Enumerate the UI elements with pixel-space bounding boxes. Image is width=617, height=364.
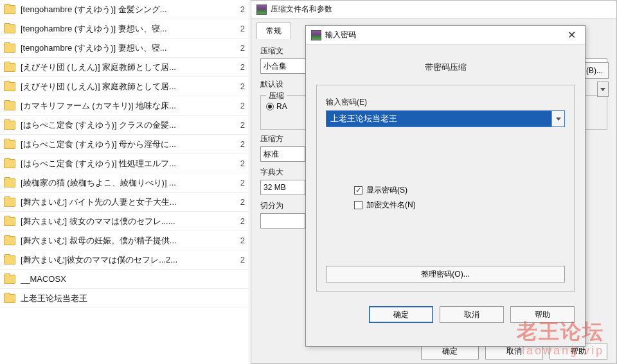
file-name: [舞六まいむ] 彼女のママは僕のセフレ...... (21, 216, 233, 227)
file-col2: 2 (233, 24, 245, 33)
file-name: __MACOSX (21, 274, 233, 284)
file-row[interactable]: [舞六まいむ]彼女のママは僕のセフレ...2...2 (0, 250, 249, 270)
folder-icon (4, 44, 15, 53)
file-col2: 2 (233, 197, 245, 207)
close-icon[interactable]: ✕ (564, 29, 580, 41)
method-value: 标准 (264, 149, 279, 160)
file-row[interactable]: [tengohambre (すえゆう)] 金髪シング...2 (0, 0, 249, 19)
password-ok-button[interactable]: 确定 (369, 306, 433, 323)
password-footer: 确定 取消 帮助 (306, 300, 585, 329)
file-name: [カマキリファーム (カマキリ)] 地味な床... (21, 100, 233, 112)
group-format-title: 压缩 (266, 91, 287, 101)
file-row[interactable]: [はらぺこ定食 (すえゆう)] 性処理エルフ...2 (0, 154, 249, 173)
file-name: [えびそり団 (しえん)] 家庭教師として居... (21, 81, 233, 92)
folder-icon (4, 256, 15, 264)
file-col2: 2 (233, 139, 245, 149)
show-password-row[interactable]: 显示密码(S) (326, 185, 565, 196)
file-row[interactable]: [えびそり団 (しえん)] 家庭教師として居...2 (0, 58, 249, 77)
show-password-label: 显示密码(S) (366, 185, 407, 196)
split-combo[interactable] (260, 213, 305, 229)
password-cancel-button[interactable]: 取消 (440, 306, 504, 323)
folder-icon (4, 217, 15, 226)
file-name: [えびそり団 (しえん)] 家庭教師として居... (21, 62, 233, 73)
file-name: [tengohambre (すえゆう)] 妻想い、寝... (21, 23, 233, 35)
organize-passwords-button[interactable]: 整理密码(O)... (326, 266, 565, 282)
file-name: [tengohambre (すえゆう)] 妻想い、寝... (21, 42, 233, 54)
folder-icon (4, 275, 15, 284)
winrar-icon (256, 4, 267, 15)
file-col2: 2 (233, 82, 245, 91)
chevron-down-icon (600, 88, 605, 91)
file-row[interactable]: [綾枷家の猫 (綾枷ちよこ、綾枷りべり)] ...2 (0, 173, 249, 193)
file-row[interactable]: [カマキリファーム (カマキリ)] 地味な床...2 (0, 96, 249, 116)
folder-icon (4, 178, 15, 187)
password-title: 输入密码 (325, 30, 356, 40)
dict-value: 32 MB (264, 183, 286, 192)
folder-icon (4, 24, 15, 33)
password-input-label: 输入密码(E) (326, 97, 565, 108)
checkbox-icon (354, 186, 362, 195)
folder-icon (4, 63, 15, 72)
file-row[interactable]: __MACOSX (0, 270, 249, 289)
file-col2: 2 (233, 43, 245, 53)
archive-name-dropdown[interactable] (597, 82, 609, 97)
password-section-title: 带密码压缩 (316, 53, 575, 85)
file-col2: 2 (233, 120, 245, 130)
file-row[interactable]: [はらぺこ定食 (すえゆう)] クラスの金髪...2 (0, 116, 249, 135)
file-row[interactable]: [tengohambre (すえゆう)] 妻想い、寝...2 (0, 19, 249, 39)
archive-titlebar[interactable]: 压缩文件名和参数 (251, 1, 616, 19)
file-row[interactable]: 上老王论坛当老王 (0, 289, 249, 308)
file-name: [はらぺこ定食 (すえゆう)] クラスの金髪... (21, 119, 233, 131)
password-dropdown-button[interactable] (551, 111, 564, 126)
password-titlebar[interactable]: 输入密码 ✕ (306, 26, 585, 45)
folder-icon (4, 101, 15, 110)
dict-combo[interactable]: 32 MB (260, 180, 305, 195)
archive-name-value: 小合集 (264, 61, 287, 72)
file-name: [舞六まいむ] バイト先の人妻と女子大生... (21, 196, 233, 208)
file-list: [tengohambre (すえゆう)] 金髪シング...2[tengohamb… (0, 0, 249, 364)
file-name: [舞六まいむ] 叔母の妊娠。僕が精子提供... (21, 235, 233, 247)
file-row[interactable]: [えびそり団 (しえん)] 家庭教師として居...2 (0, 77, 249, 96)
folder-icon (4, 140, 15, 149)
file-name: [舞六まいむ]彼女のママは僕のセフレ...2... (21, 254, 233, 266)
radio-dot-icon (266, 103, 274, 110)
file-row[interactable]: [舞六まいむ] 叔母の妊娠。僕が精子提供...2 (0, 231, 249, 250)
file-col2: 2 (233, 159, 245, 168)
checkbox-icon (354, 201, 362, 209)
file-name: 上老王论坛当老王 (21, 293, 233, 304)
method-combo[interactable]: 标准 (260, 146, 305, 162)
chevron-down-icon (556, 117, 561, 121)
password-body: 带密码压缩 输入密码(E) 上老王论坛当老王 显示密码(S) 加密文件名(N) … (306, 45, 585, 300)
radio-rar-label: RA (276, 102, 287, 111)
encrypt-names-row[interactable]: 加密文件名(N) (326, 200, 565, 211)
file-col2: 2 (233, 62, 245, 72)
password-input[interactable]: 上老王论坛当老王 (326, 111, 551, 126)
file-col2: 2 (233, 178, 245, 187)
file-col2: 2 (233, 216, 245, 226)
folder-icon (4, 294, 15, 303)
encrypt-names-label: 加密文件名(N) (366, 200, 416, 211)
file-row[interactable]: [tengohambre (すえゆう)] 妻想い、寝...2 (0, 39, 249, 58)
password-help-button[interactable]: 帮助 (510, 306, 575, 323)
file-row[interactable]: [舞六まいむ] バイト先の人妻と女子大生...2 (0, 193, 249, 212)
file-name: [はらぺこ定食 (すえゆう)] 性処理エルフ... (21, 158, 233, 169)
file-name: [綾枷家の猫 (綾枷ちよこ、綾枷りべり)] ... (21, 177, 233, 189)
folder-icon (4, 198, 15, 207)
tab-general[interactable]: 常规 (256, 22, 291, 39)
folder-icon (4, 121, 15, 130)
file-name: [tengohambre (すえゆう)] 金髪シング... (21, 4, 233, 15)
folder-icon (4, 5, 15, 14)
password-group: 输入密码(E) 上老王论坛当老王 显示密码(S) 加密文件名(N) 整理密码(O… (316, 85, 575, 292)
file-col2: 2 (233, 101, 245, 110)
password-dialog: 输入密码 ✕ 带密码压缩 输入密码(E) 上老王论坛当老王 显示密码(S) 加密… (305, 25, 586, 347)
folder-icon (4, 82, 15, 91)
file-name: [はらぺこ定食 (すえゆう)] 母から淫母に... (21, 139, 233, 150)
password-combo[interactable]: 上老王论坛当老王 (326, 110, 565, 127)
file-row[interactable]: [はらぺこ定食 (すえゆう)] 母から淫母に...2 (0, 135, 249, 154)
folder-icon (4, 236, 15, 245)
archive-title: 压缩文件名和参数 (271, 4, 332, 15)
folder-icon (4, 159, 15, 168)
file-col2: 2 (233, 255, 245, 264)
file-row[interactable]: [舞六まいむ] 彼女のママは僕のセフレ......2 (0, 212, 249, 231)
winrar-icon (311, 30, 321, 40)
